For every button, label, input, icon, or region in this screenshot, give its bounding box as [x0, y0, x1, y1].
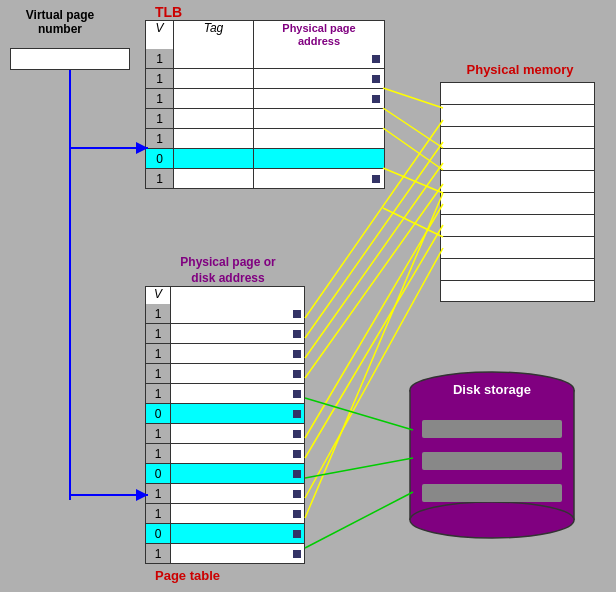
pt-row: 1: [145, 444, 305, 464]
phys-mem-row: [440, 192, 595, 214]
tlb-cell-ppa: [254, 129, 384, 148]
tlb-cell-tag: [174, 169, 254, 188]
tlb-row: 1: [145, 109, 385, 129]
pt-cell-addr: [171, 504, 304, 523]
pt-row: 0: [145, 524, 305, 544]
svg-line-13: [383, 128, 443, 170]
tlb-row: 1: [145, 69, 385, 89]
vpn-label: Virtual page number: [10, 8, 110, 36]
address-indicator: [372, 55, 380, 63]
pt-row: 1: [145, 364, 305, 384]
phys-mem-row: [440, 82, 595, 104]
svg-line-26: [305, 492, 413, 548]
addr-indicator: [293, 310, 301, 318]
tlb-cell-tag: [174, 149, 254, 168]
pt-cell-addr: [171, 304, 304, 323]
phys-mem-row: [440, 258, 595, 280]
pt-row: 0: [145, 464, 305, 484]
phys-mem-row: [440, 280, 595, 302]
pt-cell-addr: [171, 444, 304, 463]
pt-cell-addr: [171, 344, 304, 363]
pt-cell-v: 1: [146, 324, 171, 343]
pt-row: 1: [145, 544, 305, 564]
svg-rect-5: [422, 420, 562, 438]
phys-mem-row: [440, 148, 595, 170]
pt-cell-v: 1: [146, 384, 171, 403]
svg-line-11: [383, 88, 443, 108]
phys-mem-row: [440, 126, 595, 148]
tlb-header: V Tag Physical page address: [145, 20, 385, 49]
tlb-col-v: V: [146, 21, 174, 49]
addr-indicator: [293, 530, 301, 538]
tlb-row: 0: [145, 149, 385, 169]
tlb-cell-tag: [174, 69, 254, 88]
pt-cell-addr: [171, 484, 304, 503]
svg-line-22: [305, 248, 443, 498]
addr-indicator: [293, 370, 301, 378]
pt-row: 1: [145, 424, 305, 444]
tlb-title: TLB: [155, 4, 182, 20]
pt-cell-addr: [171, 424, 304, 443]
phys-mem-row: [440, 236, 595, 258]
pt-header: V: [145, 286, 305, 304]
pt-label-top: Physical page or disk address: [158, 255, 298, 286]
pt-cell-v: 1: [146, 504, 171, 523]
pt-cell-v: 1: [146, 424, 171, 443]
tlb-cell-ppa: [254, 169, 384, 188]
tlb-cell-tag: [174, 49, 254, 68]
pt-row: 1: [145, 344, 305, 364]
tlb-cell-v: 1: [146, 169, 174, 188]
vpn-box: [10, 48, 130, 70]
pt-cell-addr: [171, 544, 304, 563]
addr-indicator: [293, 490, 301, 498]
svg-line-21: [305, 225, 443, 458]
tlb-table: V Tag Physical page address 1 1 1 1 1: [145, 20, 385, 189]
tlb-cell-v: 1: [146, 89, 174, 108]
addr-indicator: [293, 330, 301, 338]
disk-label: Disk storage: [453, 382, 531, 397]
tlb-cell-tag: [174, 129, 254, 148]
pt-col-v: V: [146, 287, 171, 304]
phys-mem-row: [440, 170, 595, 192]
pt-cell-addr: [171, 384, 304, 403]
tlb-cell-tag: [174, 89, 254, 108]
phys-mem-row: [440, 214, 595, 236]
pt-cell-v: 1: [146, 484, 171, 503]
phys-mem-label: Physical memory: [455, 62, 585, 77]
address-indicator: [372, 95, 380, 103]
tlb-cell-v: 1: [146, 49, 174, 68]
tlb-cell-ppa: [254, 149, 384, 168]
pt-cell-v: 1: [146, 304, 171, 323]
addr-indicator: [293, 350, 301, 358]
addr-indicator: [293, 470, 301, 478]
svg-line-18: [305, 163, 443, 358]
svg-line-12: [383, 108, 443, 148]
tlb-cell-v: 1: [146, 109, 174, 128]
page-table: V 1 1 1 1 1 0 1 1 0: [145, 286, 305, 564]
tlb-cell-v: 1: [146, 69, 174, 88]
addr-indicator: [293, 550, 301, 558]
pt-cell-addr: [171, 364, 304, 383]
svg-line-23: [305, 193, 443, 518]
svg-line-20: [305, 204, 443, 438]
pt-row: 1: [145, 484, 305, 504]
pt-cell-addr: [171, 524, 304, 543]
address-indicator: [372, 75, 380, 83]
svg-point-0: [410, 372, 574, 408]
tlb-cell-ppa: [254, 49, 384, 68]
phys-mem-table: [440, 82, 595, 302]
svg-rect-1: [410, 390, 574, 520]
pt-cell-v: 0: [146, 524, 171, 543]
svg-rect-7: [422, 484, 562, 502]
addr-indicator: [293, 430, 301, 438]
tlb-cell-ppa: [254, 89, 384, 108]
svg-point-4: [410, 502, 574, 538]
tlb-cell-v: 1: [146, 129, 174, 148]
svg-line-24: [305, 398, 413, 430]
svg-line-15: [383, 208, 443, 237]
pt-cell-v: 0: [146, 464, 171, 483]
tlb-col-ppa: Physical page address: [254, 21, 384, 49]
tlb-col-tag: Tag: [174, 21, 254, 49]
svg-line-25: [305, 458, 413, 478]
tlb-cell-tag: [174, 109, 254, 128]
